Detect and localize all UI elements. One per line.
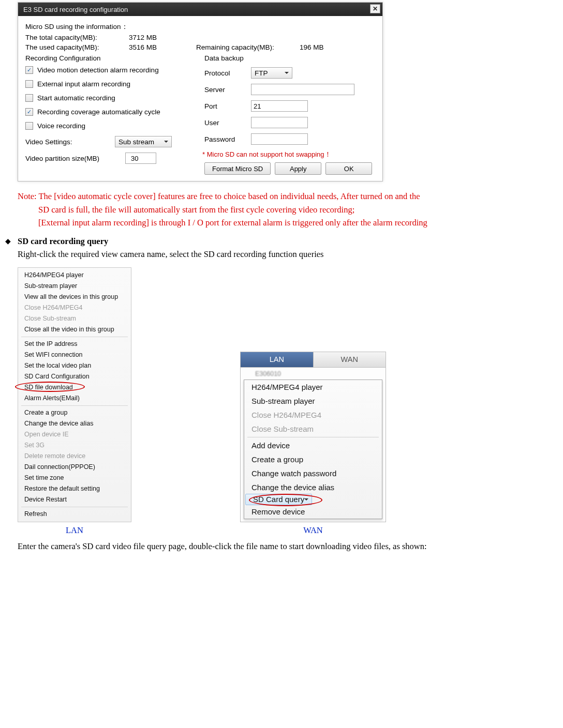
note-text: Note: The [video automatic cycle cover] …	[18, 190, 558, 261]
close-icon[interactable]: ✕	[370, 4, 380, 13]
partition-size-label: Video partition size(MB)	[25, 155, 116, 162]
apply-button[interactable]: Apply	[275, 162, 321, 175]
tail-text: Enter the camera's SD card video file qu…	[18, 540, 558, 553]
video-settings-select[interactable]: Sub stream	[115, 136, 172, 147]
menu-item[interactable]: Create a group	[18, 407, 131, 418]
menu-item[interactable]: Sub-stream player	[18, 281, 131, 292]
checkbox-voice-recording[interactable]	[25, 122, 33, 130]
used-capacity-label: The used capacity(MB):	[25, 43, 129, 51]
port-label: Port	[204, 102, 246, 110]
used-capacity-value: 3516 MB	[129, 43, 196, 51]
menu-item[interactable]: Refresh	[18, 509, 131, 520]
note-line: SD card is full, the file will automatic…	[18, 203, 558, 217]
menu-item[interactable]: Dail connection(PPPOE)	[18, 462, 131, 473]
note-line: Note: The [video automatic cycle cover] …	[18, 190, 558, 203]
lan-label: LAN	[18, 525, 131, 536]
bullet-diamond-icon: ◆	[5, 236, 11, 247]
menu-item[interactable]: SD Card query	[245, 494, 312, 505]
menu-item[interactable]: H264/MPEG4 player	[244, 380, 382, 394]
menu-separator	[21, 405, 128, 406]
highlight-oval-icon	[249, 494, 322, 506]
remaining-capacity-label: Remaining capacity(MB):	[196, 43, 300, 51]
server-label: Server	[204, 86, 246, 94]
menu-separator	[21, 337, 128, 337]
checkbox-auto-recording[interactable]	[25, 94, 33, 102]
protocol-value: FTP	[255, 69, 268, 77]
ok-button[interactable]: OK	[325, 162, 372, 175]
wan-panel: LAN WAN E306010 H264/MPEG4 playerSub-str…	[240, 352, 386, 522]
checkbox-coverage-cycle[interactable]	[25, 108, 33, 116]
menu-item: Close H264/MPEG4	[244, 408, 382, 422]
menu-separator	[21, 507, 128, 507]
video-settings-label: Video Settings:	[25, 138, 106, 146]
menu-item[interactable]: Set the local video plan	[18, 360, 131, 371]
checkbox-label: External input alarm recording	[37, 80, 130, 88]
format-sd-button[interactable]: Format Micro SD	[204, 162, 271, 175]
menu-item[interactable]: Create a group	[244, 452, 382, 466]
protocol-label: Protocol	[204, 69, 246, 77]
user-label: User	[204, 119, 246, 127]
menu-item[interactable]: H264/MPEG4 player	[18, 270, 131, 281]
user-input[interactable]	[251, 117, 308, 128]
server-input[interactable]	[251, 84, 354, 95]
password-label: Password	[204, 135, 246, 143]
menu-item[interactable]: Change the device alias	[244, 480, 382, 494]
dialog-title: E3 SD card recording configuration	[23, 6, 128, 13]
menu-item[interactable]: Add device	[244, 438, 382, 452]
checkbox-label: Recording coverage automatically cycle	[37, 108, 160, 116]
menu-item[interactable]: Change the device alias	[18, 418, 131, 429]
section-heading: SD card recording query	[18, 236, 108, 246]
menu-item: Delete remote device	[18, 451, 131, 462]
dialog-titlebar: E3 SD card recording configuration ✕	[18, 3, 382, 16]
menu-item[interactable]: View all the devices in this group	[18, 292, 131, 302]
lan-context-menu: H264/MPEG4 playerSub-stream playerView a…	[18, 267, 131, 522]
menu-item: Close Sub-stream	[18, 313, 131, 324]
tab-lan[interactable]: LAN	[241, 352, 313, 368]
port-input[interactable]	[251, 100, 308, 112]
menu-item[interactable]: Alarm Alerts(EMail)	[18, 393, 131, 404]
checkbox-motion-detection[interactable]	[25, 66, 33, 74]
checkbox-external-input[interactable]	[25, 80, 33, 88]
menu-item[interactable]: Sub-stream player	[244, 394, 382, 408]
checkbox-label: Start automatic recording	[37, 94, 115, 102]
checkbox-label: Voice recording	[37, 122, 85, 130]
note-line: [External input alarm recording] is thro…	[18, 216, 558, 230]
menu-item: Close H264/MPEG4	[18, 302, 131, 313]
total-capacity-value: 3712 MB	[129, 34, 196, 41]
tab-wan[interactable]: WAN	[313, 352, 386, 368]
protocol-select[interactable]: FTP	[251, 67, 292, 79]
recording-config-heading: Recording Configuration	[25, 54, 196, 62]
menu-item[interactable]: Restore the default setting	[18, 483, 131, 494]
total-capacity-label: The total capacity(MB):	[25, 34, 129, 41]
checkbox-label: Video motion detection alarm recording	[37, 66, 159, 74]
wan-label: WAN	[240, 525, 386, 536]
remaining-capacity-value: 196 MB	[300, 43, 324, 51]
menu-item: Set 3G	[18, 440, 131, 451]
sd-config-dialog: E3 SD card recording configuration ✕ Mic…	[18, 2, 383, 181]
data-backup-heading: Data backup	[204, 54, 375, 62]
highlight-oval-icon	[15, 382, 85, 392]
menu-item[interactable]: Remove device	[244, 505, 382, 519]
menu-item[interactable]: SD Card Configuration	[18, 371, 131, 382]
menu-item[interactable]: SD file download	[18, 382, 131, 393]
menu-item[interactable]: Set WIFI connection	[18, 350, 131, 360]
hot-swap-warning: * Micro SD can not support hot swapping！	[202, 150, 375, 159]
partition-size-input[interactable]	[125, 153, 156, 164]
video-settings-value: Sub stream	[118, 138, 154, 146]
password-input[interactable]	[251, 133, 308, 145]
menu-item[interactable]: Set time zone	[18, 473, 131, 483]
menu-item[interactable]: Device Restart	[18, 494, 131, 505]
device-name[interactable]: E306010	[244, 370, 382, 378]
section-body: Right-click the required view camera nam…	[18, 248, 558, 261]
menu-item[interactable]: Close all the video in this group	[18, 324, 131, 335]
menu-separator	[247, 437, 379, 437]
wan-context-menu: H264/MPEG4 playerSub-stream playerClose …	[244, 380, 382, 519]
menu-item: Open device IE	[18, 429, 131, 440]
menu-item[interactable]: Set the IP address	[18, 339, 131, 350]
menu-item[interactable]: Change watch password	[244, 466, 382, 480]
menu-item: Close Sub-stream	[244, 422, 382, 436]
info-heading: Micro SD using the information：	[25, 22, 129, 32]
